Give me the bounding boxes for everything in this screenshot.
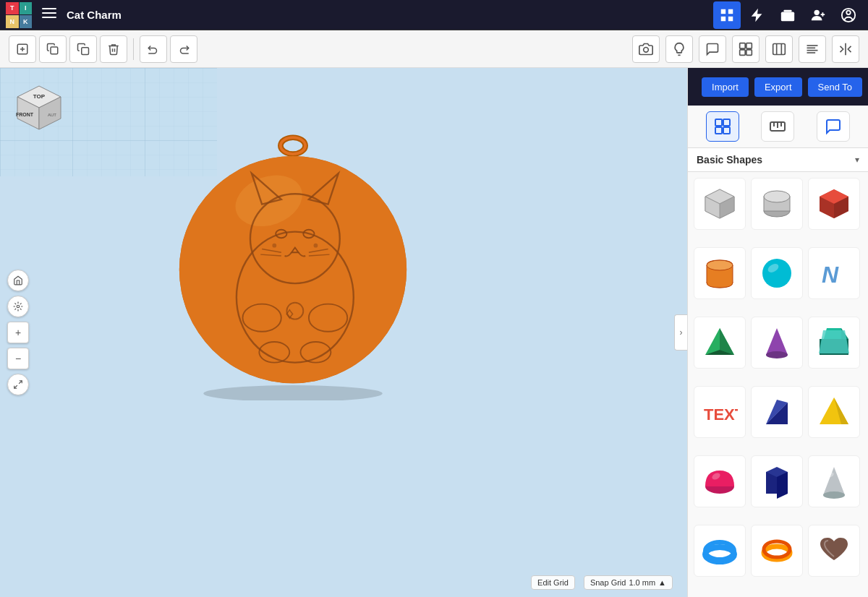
svg-rect-80 [764, 197, 790, 211]
svg-point-117 [705, 542, 734, 559]
shape-box-navy[interactable] [751, 455, 803, 507]
shape-cylinder-orange[interactable] [694, 247, 746, 299]
shape-half-sphere-pink[interactable] [694, 455, 746, 507]
svg-rect-69 [715, 127, 722, 134]
gallery-button[interactable] [774, 1, 801, 29]
learn-button[interactable] [744, 1, 771, 29]
camera-icon-btn[interactable] [632, 35, 660, 63]
import-button[interactable]: Import [702, 77, 749, 97]
svg-rect-4 [728, 9, 733, 13]
svg-marker-99 [841, 328, 848, 355]
shape-text-blue[interactable]: N [808, 247, 860, 299]
mirror-button[interactable] [832, 35, 859, 63]
svg-point-11 [846, 10, 851, 14]
home-button[interactable] [713, 1, 741, 29]
shape-prism-teal[interactable] [808, 317, 860, 369]
snap-grid-control[interactable]: Snap Grid 1.0 mm ▲ [584, 575, 673, 590]
svg-rect-8 [784, 9, 792, 12]
redo-button[interactable] [170, 35, 197, 63]
edit-grid-button[interactable]: Edit Grid [531, 575, 575, 590]
svg-point-119 [764, 541, 790, 557]
svg-point-9 [814, 9, 820, 14]
new-button[interactable] [9, 35, 36, 63]
shape-box-red[interactable] [808, 178, 860, 230]
shape-heart-brown[interactable] [808, 525, 860, 577]
svg-point-114 [823, 491, 845, 499]
speech-bubble-icon-btn[interactable] [699, 35, 726, 63]
shape-cone-gray[interactable] [808, 455, 860, 507]
panel-action-buttons: Import Export Send To [688, 68, 868, 106]
bulb-icon-btn[interactable] [665, 35, 693, 63]
shape-text-red[interactable]: TEXT [694, 386, 746, 438]
group-button[interactable] [732, 35, 760, 63]
shape-sphere-teal[interactable] [751, 247, 803, 299]
svg-marker-100 [820, 339, 848, 355]
align-button[interactable] [799, 35, 826, 63]
svg-rect-0 [42, 8, 56, 9]
svg-text:N: N [822, 262, 839, 288]
svg-marker-107 [834, 398, 848, 424]
user-avatar-button[interactable] [835, 1, 862, 29]
svg-text:FRONT: FRONT [16, 112, 34, 117]
undo-button[interactable] [140, 35, 167, 63]
shape-torus-orange[interactable] [751, 525, 803, 577]
svg-marker-105 [766, 400, 788, 424]
svg-marker-85 [820, 197, 834, 218]
shape-cone-purple[interactable] [751, 317, 803, 369]
shape-wedge-blue[interactable] [751, 386, 803, 438]
svg-point-66 [314, 244, 318, 248]
shape-box[interactable] [694, 178, 746, 230]
view-cube[interactable]: TOP FRONT AUT [10, 82, 68, 140]
duplicate-button[interactable] [39, 35, 67, 63]
orbit-view-button[interactable] [7, 296, 29, 317]
hamburger-menu-icon[interactable] [39, 3, 59, 27]
main-content: TOP FRONT AUT + − [0, 68, 868, 597]
ruler-view-button[interactable] [761, 111, 794, 142]
shape-torus-blue[interactable] [694, 525, 746, 577]
svg-point-109 [711, 472, 721, 481]
svg-point-65 [272, 244, 276, 248]
zoom-out-button[interactable]: − [7, 348, 29, 369]
svg-point-17 [644, 47, 649, 52]
copy-button[interactable] [69, 35, 97, 63]
svg-marker-78 [705, 197, 720, 218]
home-view-button[interactable] [7, 270, 29, 291]
fit-view-button[interactable] [7, 374, 29, 395]
svg-rect-1 [42, 12, 56, 14]
send-to-button[interactable]: Send To [808, 77, 862, 97]
3d-viewport[interactable]: TOP FRONT AUT + − [0, 68, 687, 597]
logo-cell-i: I [20, 2, 33, 15]
shapes-title: Basic Shapes [697, 154, 762, 166]
svg-text:♦: ♦ [286, 306, 293, 321]
cat-charm-3d-object[interactable]: ♦ [166, 111, 420, 400]
shapes-grid-view-button[interactable] [706, 111, 739, 142]
panel-collapse-handle[interactable]: › [674, 314, 687, 351]
svg-rect-3 [721, 9, 726, 13]
svg-rect-19 [746, 43, 752, 48]
shape-pyramid-yellow[interactable] [808, 386, 860, 438]
svg-marker-111 [766, 467, 788, 477]
delete-button[interactable] [100, 35, 127, 63]
svg-point-81 [764, 191, 790, 202]
shapes-dropdown-button[interactable]: ▾ [855, 155, 859, 165]
shape-pyramid-green[interactable] [694, 317, 746, 369]
svg-marker-112 [777, 472, 788, 499]
shapes-grid: N [688, 172, 868, 597]
project-title[interactable]: Cat Charm [67, 9, 706, 21]
zoom-in-button[interactable]: + [7, 322, 29, 343]
shape-cylinder[interactable] [751, 178, 803, 230]
svg-marker-75 [705, 189, 734, 218]
ungroup-button[interactable] [765, 35, 793, 63]
snap-grid-label: Snap Grid [590, 578, 626, 587]
svg-point-89 [707, 260, 733, 270]
tinkercad-logo[interactable]: T I N K [6, 2, 32, 28]
export-button[interactable]: Export [754, 77, 802, 97]
add-user-button[interactable] [804, 1, 832, 29]
svg-marker-76 [705, 189, 734, 204]
svg-rect-7 [781, 12, 794, 21]
svg-point-39 [17, 305, 20, 308]
svg-rect-6 [728, 16, 733, 20]
svg-point-91 [767, 262, 780, 275]
notes-button[interactable] [817, 111, 850, 142]
toolbar-separator-1 [133, 38, 134, 60]
